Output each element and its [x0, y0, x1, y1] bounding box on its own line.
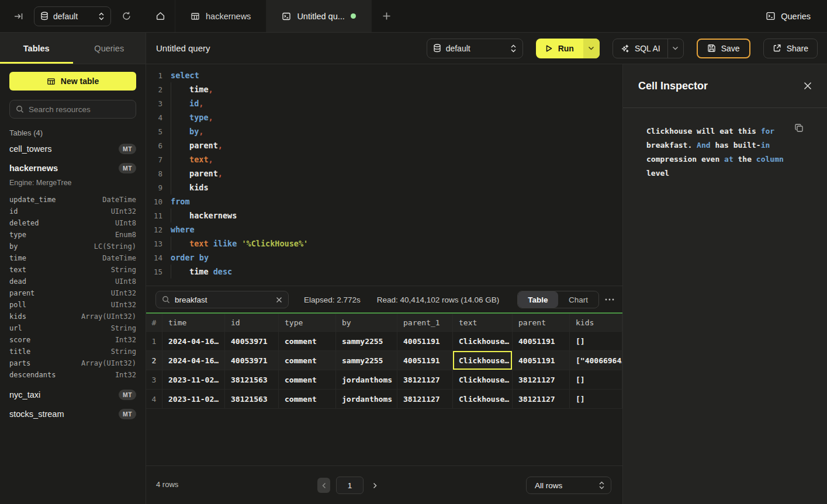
header-cell[interactable]: type: [279, 314, 336, 332]
table-cell[interactable]: 38121127: [513, 370, 570, 390]
table-cell[interactable]: 38121127: [397, 370, 453, 390]
editor-line[interactable]: 3id,: [146, 96, 622, 110]
queries-link[interactable]: Queries: [766, 0, 827, 32]
clear-search-icon[interactable]: [276, 297, 282, 303]
table-cell[interactable]: 40053971: [225, 332, 279, 351]
editor-line[interactable]: 8parent,: [146, 166, 622, 180]
table-cell[interactable]: 38121563: [225, 390, 279, 409]
tab-home[interactable]: [146, 0, 175, 32]
table-cell[interactable]: Clickhouse…: [453, 390, 513, 409]
column-row[interactable]: pollUInt32: [9, 299, 136, 311]
save-button[interactable]: Save: [697, 39, 750, 58]
sidebar-tab-tables[interactable]: Tables: [0, 33, 73, 64]
new-tab-button[interactable]: [372, 0, 402, 32]
editor-line[interactable]: 11hackernews: [146, 208, 622, 223]
results-search-input[interactable]: [175, 296, 271, 304]
run-options-caret[interactable]: [583, 39, 600, 58]
sidebar-table-nyc-taxi[interactable]: nyc_taxi MT: [9, 388, 136, 401]
editor-line[interactable]: 5by,: [146, 124, 622, 138]
resource-search-input[interactable]: [29, 105, 130, 114]
editor-line[interactable]: 13text ilike '%ClickHouse%': [146, 237, 622, 251]
column-row[interactable]: typeEnum8: [9, 229, 136, 241]
header-cell[interactable]: kids: [570, 314, 622, 332]
table-cell[interactable]: 38121127: [397, 390, 453, 409]
column-row[interactable]: idUInt32: [9, 206, 136, 217]
column-row[interactable]: byLC(String): [9, 241, 136, 252]
table-cell[interactable]: 2024-04-16…: [162, 332, 225, 351]
header-cell[interactable]: id: [225, 314, 279, 332]
column-row[interactable]: deadUInt8: [9, 276, 136, 287]
table-cell[interactable]: 40051191: [397, 332, 453, 351]
table-cell[interactable]: sammy2255: [336, 351, 397, 370]
column-row[interactable]: partsArray(UInt32): [9, 357, 136, 369]
editor-line[interactable]: 12where: [146, 223, 622, 237]
row-number-cell[interactable]: 4: [146, 390, 162, 409]
header-cell[interactable]: by: [336, 314, 397, 332]
share-button[interactable]: Share: [763, 39, 818, 58]
refresh-icon[interactable]: [122, 11, 132, 21]
editor-line[interactable]: 7text,: [146, 152, 622, 166]
table-cell[interactable]: 40051191: [513, 351, 570, 370]
table-cell[interactable]: comment: [279, 332, 336, 351]
table-cell[interactable]: sammy2255: [336, 332, 397, 351]
table-cell[interactable]: comment: [279, 390, 336, 409]
database-selector[interactable]: default: [34, 6, 111, 26]
table-cell[interactable]: jordanthoms: [336, 370, 397, 390]
tab-untitled-query[interactable]: Untitled qu...: [267, 0, 371, 32]
table-cell[interactable]: 38121563: [225, 370, 279, 390]
editor-line[interactable]: 1select: [146, 68, 622, 82]
editor-line[interactable]: 10from: [146, 194, 622, 208]
sidebar-table-hackernews[interactable]: hackernews MT: [9, 162, 136, 175]
view-toggle-table[interactable]: Table: [518, 291, 558, 308]
table-cell[interactable]: Clickhouse…: [453, 351, 513, 370]
column-row[interactable]: titleString: [9, 346, 136, 357]
header-cell[interactable]: time: [162, 314, 225, 332]
table-cell[interactable]: ["40066964…: [570, 351, 622, 370]
column-row[interactable]: descendantsInt32: [9, 369, 136, 381]
view-toggle-chart[interactable]: Chart: [558, 291, 598, 308]
row-number-cell[interactable]: 1: [146, 332, 162, 351]
tab-hackernews[interactable]: hackernews: [175, 0, 267, 32]
table-cell[interactable]: 38121127: [513, 390, 570, 409]
table-cell[interactable]: comment: [279, 351, 336, 370]
column-row[interactable]: deletedUInt8: [9, 217, 136, 229]
column-row[interactable]: urlString: [9, 322, 136, 334]
table-cell[interactable]: []: [570, 370, 622, 390]
collapse-sidebar-icon[interactable]: [14, 12, 23, 21]
sql-ai-button[interactable]: SQL AI: [613, 39, 667, 58]
column-row[interactable]: scoreInt32: [9, 334, 136, 346]
close-icon[interactable]: [804, 82, 812, 90]
row-number-cell[interactable]: 2: [146, 351, 162, 370]
table-cell[interactable]: comment: [279, 370, 336, 390]
resource-search[interactable]: [9, 100, 136, 119]
sql-ai-caret[interactable]: [667, 39, 683, 58]
header-cell[interactable]: parent: [513, 314, 570, 332]
table-cell[interactable]: 40051191: [397, 351, 453, 370]
table-cell[interactable]: jordanthoms: [336, 390, 397, 409]
results-search[interactable]: [155, 291, 289, 308]
editor-line[interactable]: 2time,: [146, 82, 622, 96]
header-cell[interactable]: text: [453, 314, 513, 332]
new-table-button[interactable]: New table: [9, 72, 136, 91]
table-cell[interactable]: 40053971: [225, 351, 279, 370]
editor-line[interactable]: 4type,: [146, 110, 622, 124]
editor-line[interactable]: 9kids: [146, 180, 622, 194]
header-cell[interactable]: parent_1: [397, 314, 453, 332]
page-size-selector[interactable]: All rows: [526, 477, 611, 494]
editor-line[interactable]: 14order by: [146, 251, 622, 265]
header-cell[interactable]: #: [146, 314, 162, 332]
column-row[interactable]: timeDateTime: [9, 252, 136, 264]
table-cell[interactable]: Clickhouse…: [453, 370, 513, 390]
table-cell[interactable]: []: [570, 390, 622, 409]
table-cell[interactable]: 40051191: [513, 332, 570, 351]
copy-icon[interactable]: [794, 123, 804, 133]
sidebar-tab-queries[interactable]: Queries: [73, 33, 146, 64]
run-button[interactable]: Run: [536, 39, 583, 58]
sidebar-table-cell-towers[interactable]: cell_towers MT: [9, 142, 136, 155]
editor-line[interactable]: 6parent,: [146, 138, 622, 152]
column-row[interactable]: update_timeDateTime: [9, 194, 136, 206]
table-cell[interactable]: 2023-11-02…: [162, 390, 225, 409]
query-database-selector[interactable]: default: [427, 39, 523, 58]
editor-line[interactable]: 15time desc: [146, 265, 622, 279]
page-number-input[interactable]: [336, 477, 364, 494]
